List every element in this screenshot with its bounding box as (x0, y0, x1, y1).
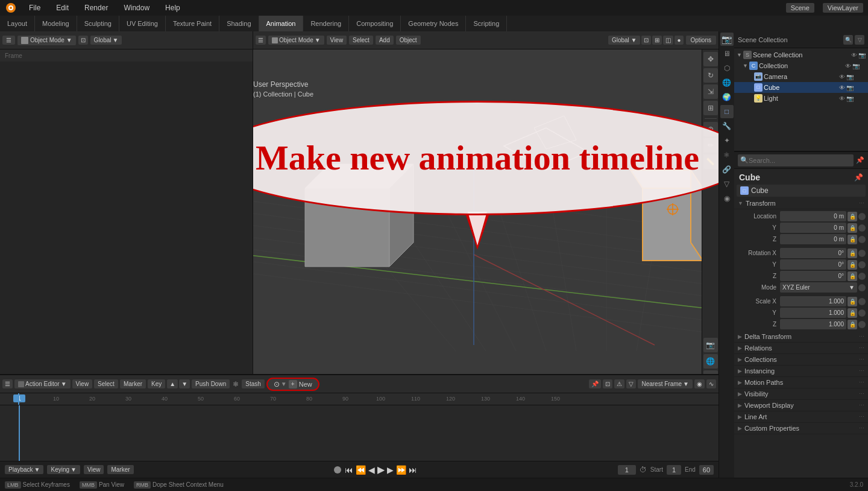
rotate-tool-icon[interactable]: ↻ (703, 68, 718, 83)
dope-marker-menu[interactable]: Marker (120, 379, 146, 388)
move-tool-icon[interactable]: ✥ (703, 52, 718, 66)
outliner-search-icon[interactable]: 🔍 (843, 35, 853, 45)
tab-texture-paint[interactable]: Texture Paint (166, 16, 219, 31)
cam-eye-icon[interactable]: 👁 (839, 74, 845, 80)
blender-logo[interactable] (5, 2, 17, 14)
physics-props-icon[interactable]: ⚛ (720, 148, 734, 162)
scale-x-input[interactable]: 1.000 (780, 296, 846, 306)
constraints-props-icon[interactable]: 🔗 (720, 163, 734, 176)
menu-window[interactable]: Window (120, 2, 153, 13)
render-props-icon[interactable]: 📷 (720, 33, 734, 46)
light-eye-icon[interactable]: 👁 (839, 95, 845, 102)
scene-collection-item[interactable]: ▼ S Scene Collection 👁 📷 (734, 49, 868, 60)
transform-pivot[interactable]: ⊡ (78, 36, 88, 45)
scale-y-lock[interactable]: 🔒 (848, 308, 857, 318)
tab-shading[interactable]: Shading (219, 16, 259, 31)
menu-help[interactable]: Help (162, 2, 184, 13)
options-button[interactable]: Options (686, 36, 716, 45)
cube-eye-icon[interactable]: 👁 (839, 84, 845, 91)
editor-type-button[interactable]: ☰ (2, 36, 15, 45)
rotation-x-lock[interactable]: 🔒 (848, 249, 857, 258)
data-props-icon[interactable]: ▽ (720, 177, 734, 191)
new-action-button-group[interactable]: ⊙ ▼ + New (266, 378, 319, 391)
rotation-z-input[interactable]: 0° (780, 271, 846, 281)
scene-name[interactable]: Scene (786, 3, 814, 13)
location-y-lock[interactable]: 🔒 (848, 223, 857, 233)
overlay-toggle[interactable]: ⊞ (652, 36, 662, 45)
visibility-section[interactable]: ▶ Visibility ⋯ (734, 388, 868, 400)
instancing-section[interactable]: ▶ Instancing ⋯ (734, 366, 868, 377)
lineart-opts[interactable]: ⋯ (859, 414, 864, 420)
outliner-filter-icon[interactable]: ▽ (855, 35, 864, 45)
scale-z-lock[interactable]: 🔒 (848, 320, 857, 329)
rotation-mode-selector[interactable]: XYZ Euler▼ (780, 282, 857, 293)
scale-y-dot[interactable] (858, 309, 866, 317)
menu-edit[interactable]: Edit (52, 2, 72, 13)
collection-item[interactable]: ▼ C Collection 👁 📷 (734, 60, 868, 71)
light-item[interactable]: ▶ 💡 Light 👁 📷 (734, 93, 868, 104)
instancing-opts[interactable]: ⋯ (859, 368, 864, 374)
custom-properties-section[interactable]: ▶ Custom Properties ⋯ (734, 423, 868, 434)
object-mode-selector[interactable]: Object Mode ▼ (17, 36, 76, 45)
output-props-icon[interactable]: 🖥 (720, 47, 734, 60)
dope-view-menu[interactable]: View (72, 379, 93, 388)
rotation-z-dot[interactable] (858, 273, 866, 280)
modifier-props-icon[interactable]: 🔧 (720, 119, 734, 133)
marker-menu-playback[interactable]: Marker (107, 465, 133, 474)
location-y-dot[interactable] (858, 224, 866, 232)
scale-tool-icon[interactable]: ⇲ (703, 84, 718, 99)
dope-wave-icon[interactable]: ∿ (706, 379, 716, 388)
scale-y-input[interactable]: 1.000 (780, 308, 846, 318)
add-action-icon[interactable]: + (289, 380, 297, 388)
scale-x-dot[interactable] (858, 298, 866, 305)
action-editor-mode[interactable]: Action Editor▼ (14, 379, 71, 388)
particles-props-icon[interactable]: ✦ (720, 134, 734, 147)
tab-scripting[interactable]: Scripting (466, 16, 507, 31)
rotation-y-input[interactable]: 0° (780, 259, 846, 270)
viewport-display-section[interactable]: ▶ Viewport Display ⋯ (734, 400, 868, 411)
camera-item[interactable]: ▶ 📷 Camera 👁 📷 (734, 71, 868, 82)
world-props-icon[interactable]: 🌍 (720, 90, 734, 104)
scale-x-lock[interactable]: 🔒 (848, 297, 857, 306)
jump-end-btn[interactable]: ⏭ (409, 465, 417, 475)
motion-paths-section[interactable]: ▶ Motion Paths ⋯ (734, 377, 868, 388)
props-search-container[interactable]: 🔍 (738, 154, 854, 166)
tab-layout[interactable]: Layout (0, 16, 35, 31)
props-search-input[interactable] (749, 157, 851, 164)
sort-down-icon[interactable]: ▼ (179, 379, 190, 388)
tab-animation[interactable]: Animation (259, 16, 304, 31)
play-btn[interactable]: ▶ (377, 464, 385, 475)
viewport-mode-selector[interactable]: Object Mode▼ (268, 36, 324, 45)
dope-key-menu[interactable]: Key (148, 379, 165, 388)
snowflake-icon[interactable]: ❄ (231, 380, 240, 388)
menu-render[interactable]: Render (81, 2, 112, 13)
rotation-z-lock[interactable]: 🔒 (848, 271, 857, 281)
vpdisplay-opts[interactable]: ⋯ (859, 402, 864, 408)
next-keyframe-btn[interactable]: ▶ (387, 465, 394, 475)
location-y-input[interactable]: 0 m (780, 223, 846, 233)
location-x-input[interactable]: 0 m (780, 211, 846, 221)
snap-toggle[interactable]: ⊡ (641, 36, 651, 45)
transform-section-header[interactable]: ▼ Transform ⋯ (734, 198, 868, 209)
delta-opts[interactable]: ⋯ (859, 334, 864, 340)
cube-render-icon[interactable]: 📷 (846, 84, 854, 91)
motion-paths-opts[interactable]: ⋯ (859, 379, 864, 385)
tab-sculpting[interactable]: Sculpting (77, 16, 119, 31)
dope-normalize-icon[interactable]: ⊡ (603, 379, 612, 388)
keying-menu[interactable]: Keying▼ (47, 465, 80, 474)
scale-z-input[interactable]: 1.000 (780, 319, 846, 329)
pin-obj-icon[interactable]: 📌 (854, 173, 863, 182)
tab-rendering[interactable]: Rendering (303, 16, 349, 31)
scene-view-icon[interactable]: 🌐 (703, 354, 718, 369)
view-menu[interactable]: View (327, 36, 347, 45)
dope-select-menu[interactable]: Select (94, 379, 118, 388)
start-frame-input[interactable]: 1 (667, 465, 681, 475)
rotation-y-dot[interactable] (858, 261, 866, 268)
render-visible-icon[interactable]: 📷 (858, 52, 866, 59)
menu-file[interactable]: File (25, 2, 44, 13)
push-down-btn[interactable]: Push Down (192, 379, 230, 388)
dopesheet-content[interactable] (0, 405, 719, 466)
snap-mode-selector[interactable]: Nearest Frame▼ (638, 379, 693, 388)
location-z-lock[interactable]: 🔒 (848, 235, 857, 244)
jump-start-btn[interactable]: ⏮ (345, 465, 353, 475)
